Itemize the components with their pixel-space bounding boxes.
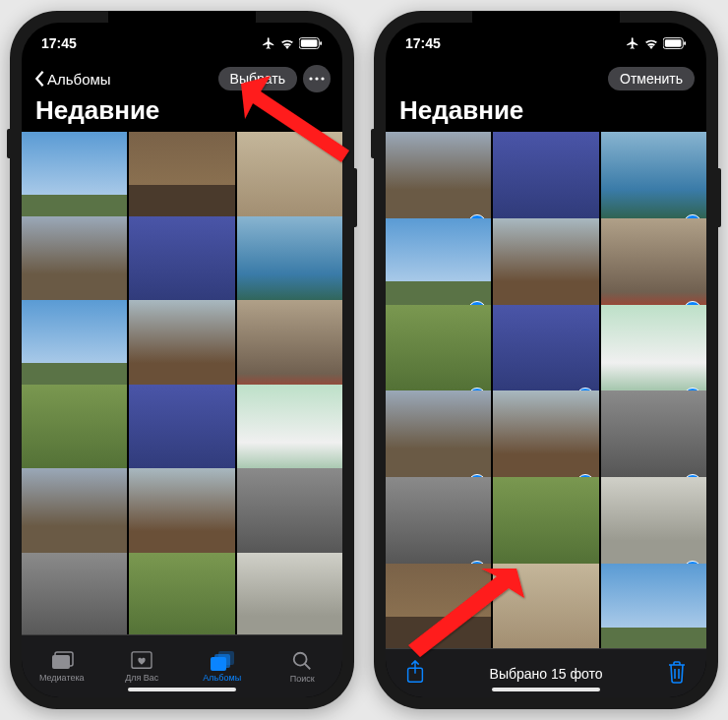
home-indicator[interactable] (128, 688, 236, 691)
svg-rect-1 (301, 39, 318, 46)
svg-rect-14 (665, 39, 682, 46)
arrow-annotation (231, 74, 359, 172)
battery-icon (663, 37, 687, 49)
svg-rect-15 (684, 41, 686, 45)
status-time: 17:45 (41, 35, 77, 51)
status-icons (262, 36, 323, 50)
tab-library[interactable]: Медиатека (22, 635, 102, 697)
arrow-annotation (398, 561, 526, 669)
search-icon (291, 650, 313, 672)
wifi-icon (643, 37, 659, 49)
battery-icon (299, 37, 323, 49)
svg-marker-17 (241, 76, 349, 162)
delete-button[interactable] (667, 660, 687, 687)
photo-thumbnail[interactable] (129, 553, 234, 635)
cancel-button[interactable]: Отменить (608, 67, 695, 90)
back-button[interactable]: Альбомы (33, 70, 111, 88)
airplane-icon (626, 36, 639, 50)
wifi-icon (279, 37, 295, 49)
nav-bar: Отменить (386, 60, 706, 95)
photo-grid[interactable]: ♡♡♡♡♡♡♡♡ (22, 132, 342, 634)
photo-thumbnail[interactable] (601, 564, 706, 648)
notch (108, 11, 256, 36)
tab-label: Поиск (290, 674, 315, 684)
tab-label: Медиатека (39, 673, 85, 683)
notch (472, 11, 620, 36)
status-icons (626, 36, 687, 50)
tab-search[interactable]: Поиск (263, 635, 343, 697)
svg-point-12 (294, 652, 307, 665)
tab-label: Альбомы (203, 673, 241, 683)
page-title: Недавние (386, 95, 706, 132)
albums-icon (211, 651, 234, 671)
svg-marker-18 (408, 569, 524, 657)
library-icon (50, 651, 74, 671)
home-indicator[interactable] (492, 688, 600, 691)
back-label: Альбомы (47, 71, 111, 88)
status-time: 17:45 (405, 35, 441, 51)
airplane-icon (262, 36, 275, 50)
svg-rect-11 (218, 651, 234, 665)
svg-rect-2 (320, 41, 322, 45)
chevron-left-icon (33, 70, 45, 88)
photo-thumbnail[interactable] (237, 553, 342, 635)
heart-icon (131, 651, 152, 671)
trash-icon (667, 660, 687, 684)
photo-thumbnail[interactable] (22, 553, 127, 635)
tab-label: Для Вас (125, 673, 158, 683)
